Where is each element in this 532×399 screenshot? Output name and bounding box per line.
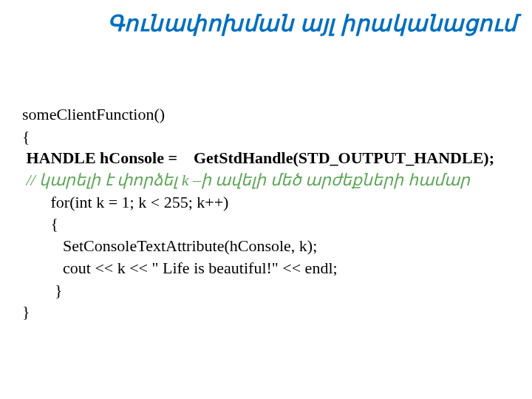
code-line: } [22, 279, 510, 301]
code-comment: // կարելի է փորձել k –ի ավելի մեծ արժեքն… [22, 169, 510, 191]
code-line: { [22, 213, 510, 235]
code-line: HANDLE hConsole = GetStdHandle(STD_OUTPU… [22, 147, 510, 169]
code-line: } [22, 301, 510, 323]
code-line: someClientFunction() [22, 103, 510, 126]
code-line: cout << k << " Life is beautiful!" << en… [22, 257, 510, 279]
code-block: someClientFunction() { HANDLE hConsole =… [22, 103, 510, 323]
slide: Գունափոխման այլ իրականացում someClientFu… [0, 0, 532, 399]
code-line: for(int k = 1; k < 255; k++) [22, 191, 510, 214]
slide-title: Գունափոխման այլ իրականացում [0, 10, 517, 36]
code-line: { [22, 126, 510, 148]
code-line: SetConsoleTextAttribute(hConsole, k); [22, 235, 510, 257]
